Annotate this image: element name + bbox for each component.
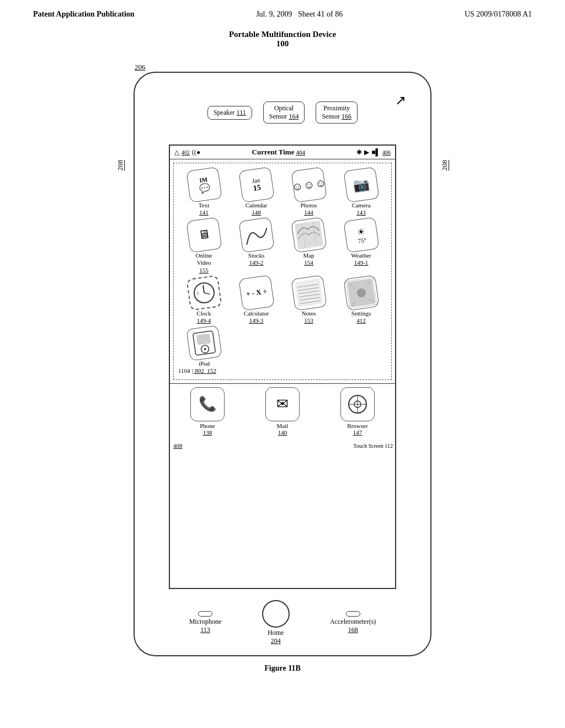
bluetooth-icon: ✱: [356, 148, 362, 157]
clock-svg: 3: [191, 280, 216, 305]
hw-accelerometer: Accelerometer(s) 168: [330, 611, 376, 634]
app-clock[interactable]: 3 Clock 149-4: [179, 277, 228, 324]
map-icon: [291, 217, 327, 253]
settings-label: Settings: [351, 310, 371, 317]
app-ipod[interactable]: iPod | 802 152: [188, 327, 220, 374]
text-label: Text: [199, 202, 209, 209]
hw-home[interactable]: Home 204: [262, 600, 290, 645]
apps-dashed-area: IM 💬 Text 141 Jan 15 Cal: [173, 163, 392, 380]
app-calculator[interactable]: + - X ÷ Calculator 149-3: [232, 277, 281, 324]
battery-icon: ■▌: [371, 148, 380, 157]
svg-line-5: [204, 292, 210, 295]
figure-caption: Figure 11B: [264, 664, 300, 673]
home-label: Home: [268, 629, 284, 637]
photos-num: 144: [304, 209, 313, 216]
status-left: △ 402 ((●: [174, 148, 200, 157]
stocks-label: Stocks: [248, 252, 264, 259]
microphone-oval: [198, 611, 212, 617]
optical-sensor: OpticalSensor 164: [263, 101, 305, 124]
status-bar: △ 402 ((● Current Time 404 ✱ ▶ ■▌ 406: [170, 146, 395, 159]
home-button[interactable]: [262, 600, 290, 628]
weather-label: Weather: [351, 252, 371, 259]
clock-num: 149-4: [197, 317, 211, 324]
header-date: Jul. 9, 2009: [256, 10, 292, 18]
ipod-num: | 802 152: [192, 367, 216, 374]
photos-icon: ☺☺☺: [291, 167, 327, 203]
microphone-num: 113: [200, 626, 210, 634]
stocks-chart-svg: [241, 220, 271, 250]
notes-label: Notes: [302, 310, 316, 317]
phone-label: Phone: [200, 422, 215, 429]
device-frame: ↗ 206 Speaker 111 OpticalSensor 164 Prox…: [134, 72, 431, 656]
app-text[interactable]: IM 💬 Text 141: [179, 169, 228, 216]
dock-phone[interactable]: 📞 Phone 138: [190, 387, 225, 436]
notes-svg: [293, 277, 324, 308]
signal-icon: △: [174, 148, 179, 157]
stocks-num: 149-2: [249, 259, 264, 266]
stocks-icon: [238, 217, 275, 253]
accelerometer-oval: [346, 611, 360, 617]
header-date-sheet: Jul. 9, 2009 Sheet 41 of 86: [256, 10, 343, 19]
mail-label: Mail: [277, 422, 289, 429]
online-video-icon: 🖥: [186, 217, 222, 253]
app-photos[interactable]: ☺☺☺ Photos 144: [284, 169, 333, 216]
ipod-label: iPod: [199, 360, 210, 367]
calculator-icon: + - X ÷: [238, 275, 275, 311]
label-408: 408: [173, 442, 183, 449]
svg-line-4: [203, 285, 204, 293]
calculator-num: 149-3: [249, 317, 264, 324]
app-notes[interactable]: Notes 153: [284, 277, 333, 324]
status-406: 406: [382, 149, 391, 156]
settings-svg: [345, 277, 376, 308]
mail-icon: ✉: [265, 387, 300, 421]
weather-num: 149-1: [354, 259, 369, 266]
label-208-right: 208: [440, 160, 449, 171]
status-right: ✱ ▶ ■▌ 406: [356, 148, 391, 157]
browser-label: Browser: [347, 422, 367, 429]
header-publisher: Patent Application Publication: [33, 10, 135, 19]
app-stocks[interactable]: Stocks 149-2: [232, 219, 281, 273]
map-label: Map: [303, 252, 314, 259]
calculator-label: Calculator: [244, 310, 269, 317]
online-video-label: OnlineVideo: [196, 252, 212, 266]
clock-icon: 3: [186, 275, 222, 311]
microphone-label: Microphone: [189, 618, 222, 626]
calendar-label: Calendar: [246, 202, 268, 209]
touch-screen-label: Touch Screen 112: [353, 443, 393, 449]
dock-mail[interactable]: ✉ Mail 140: [265, 387, 300, 436]
label-206: 206: [135, 63, 146, 72]
app-camera[interactable]: 📷 Camera 143: [337, 169, 386, 216]
app-weather[interactable]: ☀ 75° Weather 149-1: [337, 219, 386, 273]
calendar-num: 148: [252, 209, 261, 216]
hw-microphone: Microphone 113: [189, 611, 222, 634]
label-208-left: 208: [116, 160, 125, 171]
proximity-label: ProximitySensor 166: [322, 104, 351, 121]
status-404: 404: [296, 149, 305, 156]
camera-icon: 📷: [343, 167, 380, 203]
ipod-row: 1104 iPod: [177, 326, 388, 376]
main-content: Portable Multifunction Device 100 ↗ 206 …: [0, 24, 565, 673]
app-map[interactable]: Map 154: [284, 219, 333, 273]
browser-icon: [340, 387, 375, 421]
page-header: Patent Application Publication Jul. 9, 2…: [0, 0, 565, 24]
optical-label: OpticalSensor 164: [269, 104, 299, 121]
app-calendar[interactable]: Jan 15 Calendar 148: [232, 169, 281, 216]
home-num: 204: [271, 637, 281, 645]
accelerometer-label: Accelerometer(s): [330, 618, 376, 626]
device-title: Portable Multifunction Device 100: [229, 30, 336, 49]
ipod-svg: [190, 329, 218, 357]
mail-num: 140: [278, 429, 287, 436]
dock-browser[interactable]: Browser 147: [340, 387, 375, 436]
notes-icon: [291, 275, 327, 311]
header-sheet: Sheet 41 of 86: [298, 10, 343, 18]
ipod-icon: [186, 325, 222, 361]
settings-icon: [343, 275, 380, 311]
app-online-video[interactable]: 🖥 OnlineVideo 155: [179, 219, 228, 273]
app-settings[interactable]: Settings 412: [337, 277, 386, 324]
wifi-icon: ((●: [192, 148, 200, 157]
device-outer: ↗ 206 Speaker 111 OpticalSensor 164 Prox…: [111, 50, 454, 656]
accelerometer-num: 168: [348, 626, 358, 634]
dock-area: 408 Touch Screen 112 📞 Phone 138 ✉ Mail …: [170, 383, 395, 451]
current-time-label: Current Time: [252, 148, 295, 156]
svg-rect-22: [196, 333, 211, 345]
